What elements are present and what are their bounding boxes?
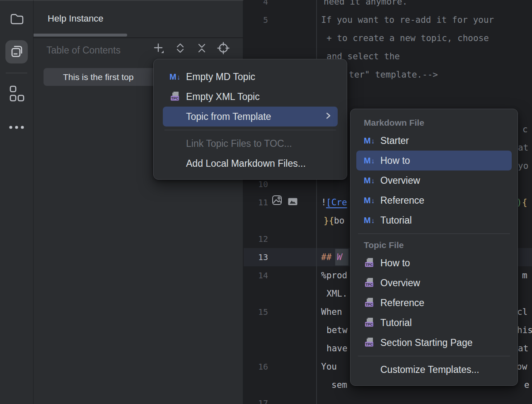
code-segment: %prod <box>321 266 347 285</box>
code-segment: XML. <box>326 285 348 303</box>
menu-item-tutorial[interactable]: TPCTutorial <box>356 313 512 333</box>
more-tool-windows-button[interactable] <box>0 116 33 139</box>
code-segment: ow <box>517 358 527 376</box>
menu-item-label: Tutorial <box>380 215 412 226</box>
code-segment: bo <box>334 212 344 230</box>
line-number: 5 <box>243 11 268 29</box>
toc-tree-item-label: This is the first top <box>63 72 133 82</box>
line-number: 16 <box>243 358 268 376</box>
svg-text:TPC: TPC <box>365 322 373 326</box>
code-segment: If you want to re-add it for your <box>321 11 494 29</box>
menu-item-empty-md-topic[interactable]: M↓Empty MD Topic <box>163 67 338 87</box>
line-number: 13 <box>243 248 268 266</box>
svg-text:TPC: TPC <box>365 282 373 287</box>
menu-item-label: Reference <box>380 195 424 206</box>
menu-item-tutorial[interactable]: M↓Tutorial <box>356 210 512 230</box>
menu-group-header: Topic File <box>356 237 512 253</box>
line-number: 12 <box>243 230 268 248</box>
expand-all-button[interactable] <box>174 43 186 55</box>
menu-item-label: Empty XML Topic <box>186 91 260 102</box>
markdown-file-icon: M↓ <box>364 196 375 205</box>
topic-file-icon: TPC <box>364 257 375 269</box>
menu-item-label: How to <box>380 258 410 269</box>
gutter-image-icons[interactable] <box>272 193 297 212</box>
code-segment: need it anymore. <box>324 0 407 11</box>
header-separator <box>34 37 243 38</box>
tool-window-title: Help Instance <box>48 13 104 24</box>
toc-tree-item-selected[interactable]: This is the first top <box>44 68 158 86</box>
toc-section-title: Table of Contents <box>46 45 121 56</box>
code-segment: his <box>517 321 532 339</box>
writerside-ide-window: 4need it anymore.5If you want to re-add … <box>0 0 532 404</box>
editor-line: + to create a new topic, choose <box>243 29 532 47</box>
project-tool-button[interactable] <box>0 8 33 31</box>
menu-item-label: Add Local Markdown Files... <box>186 158 306 169</box>
image-outline-icon <box>272 193 282 212</box>
menu-item-overview[interactable]: M↓Overview <box>356 170 512 190</box>
menu-item-label: Starter <box>380 135 409 146</box>
menu-item-how-to[interactable]: M↓How to <box>356 151 512 170</box>
code-segment: + to create a new topic, choose <box>326 29 489 47</box>
menu-item-empty-xml-topic[interactable]: TPCEmpty XML Topic <box>163 87 338 107</box>
menu-separator <box>358 234 510 234</box>
topic-file-icon: TPC <box>364 316 375 329</box>
code-segment: { <box>522 193 527 212</box>
menu-item-reference[interactable]: TPCReference <box>356 293 512 313</box>
markdown-file-icon: M↓ <box>364 216 375 225</box>
toc-toolbar <box>153 43 229 55</box>
topic-file-icon: TPC <box>364 297 375 309</box>
line-number: 14 <box>243 266 268 285</box>
menu-item-label: Tutorial <box>380 317 412 329</box>
editor-line: 17 <box>243 394 532 404</box>
code-segment: c <box>522 120 528 139</box>
topics-tool-button[interactable] <box>0 40 33 63</box>
menu-item-starter[interactable]: M↓Starter <box>356 131 512 151</box>
add-topic-button[interactable] <box>153 43 164 55</box>
menu-item-label: Section Starting Page <box>380 337 472 348</box>
structure-tool-button[interactable] <box>0 83 33 106</box>
svg-text:TPC: TPC <box>365 302 373 307</box>
code-segment: yo <box>518 157 528 175</box>
menu-item-label: How to <box>380 155 410 166</box>
topic-file-icon: TPC <box>364 277 375 289</box>
code-segment: ! <box>321 193 326 212</box>
editor-line: 5If you want to re-add it for your <box>243 11 532 29</box>
menu-item-how-to[interactable]: TPCHow to <box>356 253 512 273</box>
image-filled-icon <box>288 193 297 212</box>
code-segment: betw <box>326 321 348 339</box>
code-segment: e <box>524 376 530 394</box>
menu-item-label: Topic from Template <box>186 111 271 122</box>
editor-line: 4need it anymore. <box>243 0 532 11</box>
new-topic-context-menu: M↓Empty MD TopicTPCEmpty XML TopicTopic … <box>153 59 347 180</box>
code-segment: sem <box>331 376 347 394</box>
menu-separator <box>358 356 510 356</box>
collapse-all-icon <box>196 42 207 56</box>
menu-item-topic-from-template[interactable]: Topic from Template <box>163 107 338 127</box>
svg-text:TPC: TPC <box>365 342 373 346</box>
menu-item-overview[interactable]: TPCOverview <box>356 273 512 293</box>
topic-file-icon: TPC <box>364 336 375 349</box>
menu-item-label: Link Topic Files to TOC... <box>186 138 292 149</box>
submenu-arrow-icon <box>325 112 331 122</box>
code-segment: at <box>518 339 528 358</box>
code-segment: cl <box>517 303 527 321</box>
line-number: 11 <box>243 193 268 212</box>
menu-item-reference[interactable]: M↓Reference <box>356 190 512 210</box>
expand-all-icon <box>175 42 186 56</box>
menu-item-link-topic-files-to-toc[interactable]: Link Topic Files to TOC... <box>163 134 338 153</box>
menu-item-add-local-markdown-files[interactable]: Add Local Markdown Files... <box>163 153 338 173</box>
menu-item-section-starting-page[interactable]: TPCSection Starting Page <box>356 333 512 353</box>
topics-icon <box>9 44 24 60</box>
menu-item-customize-templates[interactable]: Customize Templates... <box>356 360 512 380</box>
code-segment: ter" template.--> <box>349 66 438 84</box>
activity-bar <box>0 0 34 404</box>
locate-in-toc-button[interactable] <box>218 43 229 55</box>
activity-bar-divider <box>6 73 27 73</box>
code-segment: m <box>522 266 527 285</box>
menu-separator <box>164 130 336 130</box>
topic-file-icon: TPC <box>169 90 180 103</box>
code-segment: When <box>321 303 342 321</box>
menu-item-label: Customize Templates... <box>380 364 479 375</box>
code-segment: ## <box>321 248 331 266</box>
collapse-all-button[interactable] <box>196 43 208 55</box>
